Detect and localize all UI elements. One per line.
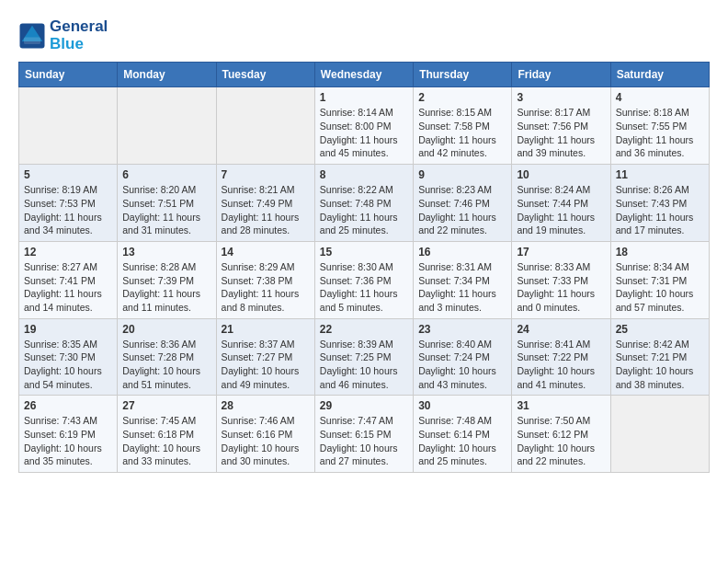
logo-text: General Blue bbox=[50, 18, 108, 52]
weekday-header-friday: Friday bbox=[512, 63, 610, 87]
day-number: 15 bbox=[320, 246, 408, 259]
day-cell: 13Sunrise: 8:28 AM Sunset: 7:39 PM Dayli… bbox=[118, 241, 216, 318]
day-info: Sunrise: 7:43 AM Sunset: 6:19 PM Dayligh… bbox=[24, 414, 112, 468]
day-info: Sunrise: 8:42 AM Sunset: 7:21 PM Dayligh… bbox=[616, 338, 704, 392]
day-cell: 28Sunrise: 7:46 AM Sunset: 6:16 PM Dayli… bbox=[216, 396, 314, 473]
day-number: 14 bbox=[222, 246, 310, 259]
day-cell: 16Sunrise: 8:31 AM Sunset: 7:34 PM Dayli… bbox=[414, 241, 512, 318]
week-row-2: 5Sunrise: 8:19 AM Sunset: 7:53 PM Daylig… bbox=[19, 165, 710, 242]
day-cell: 2Sunrise: 8:15 AM Sunset: 7:58 PM Daylig… bbox=[414, 87, 512, 165]
weekday-header-tuesday: Tuesday bbox=[216, 63, 314, 87]
week-row-3: 12Sunrise: 8:27 AM Sunset: 7:41 PM Dayli… bbox=[19, 241, 710, 318]
day-cell: 18Sunrise: 8:34 AM Sunset: 7:31 PM Dayli… bbox=[610, 241, 709, 318]
day-cell: 12Sunrise: 8:27 AM Sunset: 7:41 PM Dayli… bbox=[19, 241, 118, 318]
day-info: Sunrise: 8:28 AM Sunset: 7:39 PM Dayligh… bbox=[122, 260, 210, 315]
day-info: Sunrise: 8:31 AM Sunset: 7:34 PM Dayligh… bbox=[418, 260, 506, 315]
day-number: 23 bbox=[418, 323, 506, 336]
day-info: Sunrise: 8:39 AM Sunset: 7:25 PM Dayligh… bbox=[320, 338, 408, 392]
day-number: 10 bbox=[517, 168, 605, 181]
day-info: Sunrise: 8:20 AM Sunset: 7:51 PM Dayligh… bbox=[122, 183, 210, 237]
day-info: Sunrise: 8:41 AM Sunset: 7:22 PM Dayligh… bbox=[517, 338, 605, 392]
day-cell bbox=[19, 87, 118, 165]
day-number: 17 bbox=[517, 246, 605, 259]
day-info: Sunrise: 8:24 AM Sunset: 7:44 PM Dayligh… bbox=[517, 183, 605, 237]
day-cell: 31Sunrise: 7:50 AM Sunset: 6:12 PM Dayli… bbox=[512, 396, 610, 473]
logo-icon bbox=[18, 22, 46, 50]
day-cell: 1Sunrise: 8:14 AM Sunset: 8:00 PM Daylig… bbox=[314, 87, 413, 165]
day-number: 22 bbox=[320, 323, 408, 336]
day-number: 13 bbox=[122, 246, 210, 259]
day-info: Sunrise: 8:22 AM Sunset: 7:48 PM Dayligh… bbox=[320, 183, 408, 237]
day-info: Sunrise: 8:23 AM Sunset: 7:46 PM Dayligh… bbox=[418, 183, 506, 237]
day-number: 16 bbox=[418, 246, 506, 259]
day-cell: 9Sunrise: 8:23 AM Sunset: 7:46 PM Daylig… bbox=[414, 165, 512, 242]
day-info: Sunrise: 8:30 AM Sunset: 7:36 PM Dayligh… bbox=[320, 260, 408, 315]
day-number: 2 bbox=[418, 91, 506, 104]
day-cell: 19Sunrise: 8:35 AM Sunset: 7:30 PM Dayli… bbox=[19, 318, 118, 396]
day-cell: 21Sunrise: 8:37 AM Sunset: 7:27 PM Dayli… bbox=[216, 318, 314, 396]
week-row-5: 26Sunrise: 7:43 AM Sunset: 6:19 PM Dayli… bbox=[19, 396, 710, 473]
day-number: 6 bbox=[122, 168, 210, 181]
day-number: 19 bbox=[24, 323, 112, 336]
weekday-header-monday: Monday bbox=[118, 63, 216, 87]
day-cell bbox=[118, 87, 216, 165]
day-info: Sunrise: 8:29 AM Sunset: 7:38 PM Dayligh… bbox=[222, 260, 310, 315]
day-info: Sunrise: 7:45 AM Sunset: 6:18 PM Dayligh… bbox=[122, 414, 210, 468]
weekday-header-thursday: Thursday bbox=[414, 63, 512, 87]
day-number: 31 bbox=[517, 399, 605, 412]
day-cell: 29Sunrise: 7:47 AM Sunset: 6:15 PM Dayli… bbox=[314, 396, 413, 473]
day-number: 29 bbox=[320, 399, 408, 412]
calendar-table: SundayMondayTuesdayWednesdayThursdayFrid… bbox=[18, 62, 710, 473]
day-cell: 30Sunrise: 7:48 AM Sunset: 6:14 PM Dayli… bbox=[414, 396, 512, 473]
logo: General Blue bbox=[18, 18, 108, 52]
day-cell: 15Sunrise: 8:30 AM Sunset: 7:36 PM Dayli… bbox=[314, 241, 413, 318]
day-info: Sunrise: 8:19 AM Sunset: 7:53 PM Dayligh… bbox=[24, 183, 112, 237]
day-number: 5 bbox=[24, 168, 112, 181]
day-cell: 7Sunrise: 8:21 AM Sunset: 7:49 PM Daylig… bbox=[216, 165, 314, 242]
day-number: 21 bbox=[222, 323, 310, 336]
weekday-header-row: SundayMondayTuesdayWednesdayThursdayFrid… bbox=[19, 63, 710, 87]
day-number: 30 bbox=[418, 399, 506, 412]
day-cell: 4Sunrise: 8:18 AM Sunset: 7:55 PM Daylig… bbox=[610, 87, 709, 165]
day-cell bbox=[610, 396, 709, 473]
day-info: Sunrise: 8:15 AM Sunset: 7:58 PM Dayligh… bbox=[418, 106, 506, 160]
day-cell: 23Sunrise: 8:40 AM Sunset: 7:24 PM Dayli… bbox=[414, 318, 512, 396]
weekday-header-saturday: Saturday bbox=[610, 63, 709, 87]
day-number: 26 bbox=[24, 399, 112, 412]
page-header: General Blue bbox=[18, 18, 710, 52]
day-number: 24 bbox=[517, 323, 605, 336]
day-cell: 24Sunrise: 8:41 AM Sunset: 7:22 PM Dayli… bbox=[512, 318, 610, 396]
day-cell: 3Sunrise: 8:17 AM Sunset: 7:56 PM Daylig… bbox=[512, 87, 610, 165]
day-number: 25 bbox=[616, 323, 704, 336]
day-cell: 10Sunrise: 8:24 AM Sunset: 7:44 PM Dayli… bbox=[512, 165, 610, 242]
day-info: Sunrise: 8:18 AM Sunset: 7:55 PM Dayligh… bbox=[616, 106, 704, 160]
day-info: Sunrise: 8:27 AM Sunset: 7:41 PM Dayligh… bbox=[24, 260, 112, 315]
day-info: Sunrise: 8:14 AM Sunset: 8:00 PM Dayligh… bbox=[320, 106, 408, 160]
day-cell: 5Sunrise: 8:19 AM Sunset: 7:53 PM Daylig… bbox=[19, 165, 118, 242]
svg-rect-2 bbox=[24, 37, 40, 44]
day-number: 7 bbox=[222, 168, 310, 181]
day-number: 20 bbox=[122, 323, 210, 336]
day-info: Sunrise: 8:26 AM Sunset: 7:43 PM Dayligh… bbox=[616, 183, 704, 237]
day-number: 1 bbox=[320, 91, 408, 104]
day-number: 12 bbox=[24, 246, 112, 259]
day-cell: 20Sunrise: 8:36 AM Sunset: 7:28 PM Dayli… bbox=[118, 318, 216, 396]
day-number: 3 bbox=[517, 91, 605, 104]
day-info: Sunrise: 8:40 AM Sunset: 7:24 PM Dayligh… bbox=[418, 338, 506, 392]
day-cell: 22Sunrise: 8:39 AM Sunset: 7:25 PM Dayli… bbox=[314, 318, 413, 396]
day-info: Sunrise: 8:37 AM Sunset: 7:27 PM Dayligh… bbox=[222, 338, 310, 392]
week-row-1: 1Sunrise: 8:14 AM Sunset: 8:00 PM Daylig… bbox=[19, 87, 710, 165]
day-number: 8 bbox=[320, 168, 408, 181]
day-cell bbox=[216, 87, 314, 165]
day-cell: 11Sunrise: 8:26 AM Sunset: 7:43 PM Dayli… bbox=[610, 165, 709, 242]
day-info: Sunrise: 8:35 AM Sunset: 7:30 PM Dayligh… bbox=[24, 338, 112, 392]
day-cell: 25Sunrise: 8:42 AM Sunset: 7:21 PM Dayli… bbox=[610, 318, 709, 396]
day-number: 11 bbox=[616, 168, 704, 181]
day-info: Sunrise: 8:17 AM Sunset: 7:56 PM Dayligh… bbox=[517, 106, 605, 160]
day-number: 4 bbox=[616, 91, 704, 104]
day-info: Sunrise: 7:48 AM Sunset: 6:14 PM Dayligh… bbox=[418, 414, 506, 468]
day-info: Sunrise: 8:36 AM Sunset: 7:28 PM Dayligh… bbox=[122, 338, 210, 392]
day-number: 28 bbox=[222, 399, 310, 412]
week-row-4: 19Sunrise: 8:35 AM Sunset: 7:30 PM Dayli… bbox=[19, 318, 710, 396]
day-info: Sunrise: 7:47 AM Sunset: 6:15 PM Dayligh… bbox=[320, 414, 408, 468]
